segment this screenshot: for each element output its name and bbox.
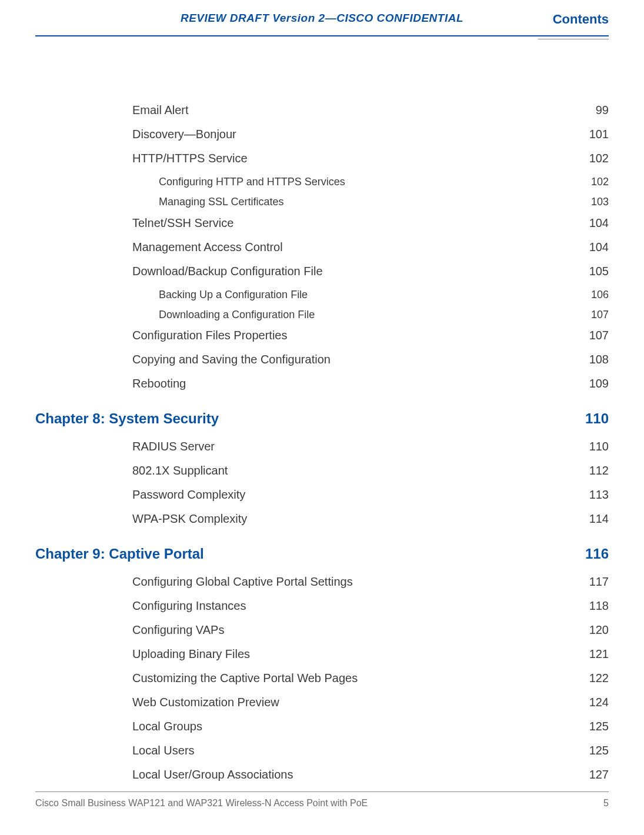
toc-title: Password Complexity [132, 487, 578, 503]
toc-title: Local User/Group Associations [132, 767, 578, 783]
toc-title: Telnet/SSH Service [132, 215, 578, 231]
toc-entry: Customizing the Captive Portal Web Pages… [35, 670, 609, 686]
toc-entry: Configuring VAPs120 [35, 622, 609, 638]
toc-page: 116 [585, 546, 609, 562]
toc-title: Download/Backup Configuration File [132, 263, 578, 279]
toc-page: 110 [585, 410, 609, 427]
toc-entry: Discovery—Bonjour101 [35, 126, 609, 142]
toc-title: Management Access Control [132, 239, 578, 255]
toc-title: HTTP/HTTPS Service [132, 151, 578, 166]
toc-page: 106 [591, 288, 609, 302]
toc-entry: Configuring Instances118 [35, 598, 609, 614]
toc-page: 107 [589, 328, 609, 343]
toc-title: Local Users [132, 743, 578, 759]
toc-page: 127 [589, 767, 609, 783]
toc-entry: Configuring Global Captive Portal Settin… [35, 574, 609, 590]
toc-page: 102 [589, 151, 609, 166]
toc-entry: Uploading Binary Files121 [35, 646, 609, 662]
toc-page: 117 [589, 574, 609, 590]
toc-entry: Downloading a Configuration File107 [35, 308, 609, 322]
toc-entry: Copying and Saving the Configuration108 [35, 352, 609, 368]
toc-title: Customizing the Captive Portal Web Pages [132, 670, 578, 686]
toc-title: Rebooting [132, 376, 578, 392]
toc-page: 114 [589, 511, 609, 527]
footer-page-number: 5 [603, 798, 609, 809]
toc-page: 101 [589, 126, 609, 142]
draft-banner: REVIEW DRAFT Version 2—CISCO CONFIDENTIA… [0, 12, 644, 25]
toc-page: 107 [591, 308, 609, 322]
toc-title: Downloading a Configuration File [159, 308, 579, 322]
header-rule [35, 35, 609, 36]
toc-page: 124 [589, 694, 609, 710]
toc-page: 104 [589, 239, 609, 255]
toc-entry: Web Customization Preview124 [35, 694, 609, 710]
footer-title: Cisco Small Business WAP121 and WAP321 W… [35, 798, 368, 809]
toc-title: Configuring Global Captive Portal Settin… [132, 574, 578, 590]
toc-title: Email Alert [132, 102, 584, 118]
toc-entry: Email Alert99 [35, 102, 609, 118]
toc-title: Web Customization Preview [132, 694, 578, 710]
toc-page: 109 [589, 376, 609, 392]
footer-rule [35, 791, 609, 792]
toc-page: 125 [589, 743, 609, 759]
toc-title: Configuring Instances [132, 598, 578, 614]
toc-title: Local Groups [132, 719, 578, 734]
toc-page: 110 [589, 439, 609, 455]
toc-title: 802.1X Supplicant [132, 463, 578, 479]
toc-page: 122 [589, 670, 609, 686]
toc-chapter: Chapter 8: System Security110 [35, 410, 609, 427]
toc-entry: Local User/Group Associations127 [35, 767, 609, 783]
toc-page: 113 [589, 487, 609, 503]
toc-entry: 802.1X Supplicant112 [35, 463, 609, 479]
toc-list: Email Alert99Discovery—Bonjour101HTTP/HT… [0, 44, 644, 783]
toc-page: 125 [589, 719, 609, 734]
toc-title: Configuration Files Properties [132, 328, 578, 343]
toc-entry: HTTP/HTTPS Service102 [35, 151, 609, 166]
toc-page: 99 [596, 102, 609, 118]
header-subrule [538, 39, 609, 39]
toc-entry: Configuration Files Properties107 [35, 328, 609, 343]
toc-title: Chapter 8: System Security [35, 410, 573, 427]
toc-entry: WPA-PSK Complexity114 [35, 511, 609, 527]
toc-entry: Local Users125 [35, 743, 609, 759]
toc-entry: Rebooting109 [35, 376, 609, 392]
toc-page: 103 [591, 195, 609, 209]
toc-title: Copying and Saving the Configuration [132, 352, 578, 368]
toc-title: WPA-PSK Complexity [132, 511, 578, 527]
toc-title: Managing SSL Certificates [159, 195, 579, 209]
toc-page: 120 [589, 622, 609, 638]
toc-title: Configuring VAPs [132, 622, 578, 638]
toc-entry: Configuring HTTP and HTTPS Services102 [35, 175, 609, 189]
page-header: REVIEW DRAFT Version 2—CISCO CONFIDENTIA… [0, 0, 644, 44]
toc-page: 118 [589, 598, 609, 614]
toc-entry: Telnet/SSH Service104 [35, 215, 609, 231]
toc-entry: Management Access Control104 [35, 239, 609, 255]
toc-title: Backing Up a Configuration File [159, 288, 579, 302]
toc-chapter: Chapter 9: Captive Portal116 [35, 546, 609, 562]
toc-title: Chapter 9: Captive Portal [35, 546, 573, 562]
toc-title: Configuring HTTP and HTTPS Services [159, 175, 579, 189]
toc-page: 104 [589, 215, 609, 231]
toc-title: Discovery—Bonjour [132, 126, 578, 142]
toc-title: RADIUS Server [132, 439, 578, 455]
toc-page: 105 [589, 263, 609, 279]
page-footer: Cisco Small Business WAP121 and WAP321 W… [35, 791, 609, 809]
toc-page: 108 [589, 352, 609, 368]
toc-page: 121 [589, 646, 609, 662]
toc-entry: Backing Up a Configuration File106 [35, 288, 609, 302]
toc-title: Uploading Binary Files [132, 646, 578, 662]
toc-page: 112 [589, 463, 609, 479]
toc-entry: Download/Backup Configuration File105 [35, 263, 609, 279]
toc-entry: Password Complexity113 [35, 487, 609, 503]
toc-entry: RADIUS Server110 [35, 439, 609, 455]
toc-entry: Managing SSL Certificates103 [35, 195, 609, 209]
contents-heading: Contents [553, 12, 609, 27]
toc-page: 102 [591, 175, 609, 189]
toc-entry: Local Groups125 [35, 719, 609, 734]
